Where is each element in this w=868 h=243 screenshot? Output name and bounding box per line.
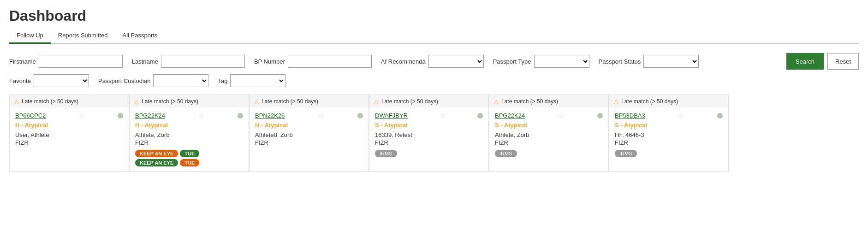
- card-4: △ Late match (> 50 days) BPG22K24 ☆ S - …: [489, 95, 609, 172]
- warning-icon: △: [494, 98, 499, 105]
- card-id[interactable]: BP53DBA3: [615, 112, 645, 119]
- star-icon[interactable]: ☆: [318, 111, 324, 120]
- favorite-select[interactable]: [34, 74, 89, 87]
- cards-container: △ Late match (> 50 days) BP66CPC2 ☆ H - …: [9, 95, 859, 172]
- tag-label: IRMS: [375, 150, 397, 157]
- lastname-label: Lastname: [132, 58, 158, 65]
- alert-text: Late match (> 50 days): [381, 98, 438, 105]
- card-type: S - Atypical: [375, 122, 483, 129]
- tag-label: TUE: [180, 159, 199, 166]
- card-header: BPG22K24 ☆: [495, 111, 603, 120]
- warning-icon: △: [374, 98, 379, 105]
- status-dot: [597, 113, 603, 119]
- card-name: Athlete8, Zorb: [255, 131, 363, 138]
- tab-bar: Follow Up Reports Submitted All Passport…: [9, 28, 859, 44]
- tag-select[interactable]: [230, 74, 285, 87]
- tab-reports-submitted[interactable]: Reports Submitted: [51, 28, 115, 44]
- card-2: △ Late match (> 50 days) BPN22K26 ☆ H - …: [249, 95, 369, 172]
- passport-status-filter: Passport Status: [599, 55, 699, 68]
- bp-number-filter: BP Number: [254, 55, 372, 68]
- card-type: H - Atypical: [255, 122, 363, 129]
- tag-label: Tag: [218, 77, 227, 84]
- firstname-input[interactable]: [39, 55, 123, 68]
- favorite-label: Favorite: [9, 77, 31, 84]
- af-recommendation-filter: Af Recommenda: [381, 55, 484, 68]
- card-type: S - Atypical: [495, 122, 603, 129]
- card-tags: IRMS: [375, 150, 483, 157]
- star-icon[interactable]: ☆: [558, 111, 565, 120]
- card-name: 16339, Retest: [375, 131, 483, 138]
- passport-custodian-select[interactable]: [153, 74, 208, 87]
- action-buttons: Search Reset: [786, 53, 859, 70]
- card-tags: KEEP AN EYETUEKEEP AN EYETUE: [135, 150, 243, 166]
- tag-label: IRMS: [495, 150, 517, 157]
- card-1: △ Late match (> 50 days) BPG22K24 ☆ H - …: [129, 95, 249, 172]
- card-org: FIZR: [615, 139, 723, 146]
- card-name: HF, 4646-3: [615, 131, 723, 138]
- favorite-filter: Favorite: [9, 74, 89, 87]
- star-icon[interactable]: ☆: [678, 111, 684, 120]
- card-id[interactable]: BPG22K24: [495, 112, 525, 119]
- star-icon[interactable]: ☆: [78, 111, 85, 120]
- card-type: H - Atypical: [15, 122, 123, 129]
- lastname-filter: Lastname: [132, 55, 245, 68]
- passport-type-filter: Passport Type: [493, 55, 589, 68]
- card-id[interactable]: BPG22K24: [135, 112, 165, 119]
- bp-number-input[interactable]: [288, 55, 372, 68]
- passport-type-select[interactable]: [534, 55, 589, 68]
- card-name: Athlete, Zorb: [135, 131, 243, 138]
- status-dot: [118, 113, 123, 119]
- passport-type-label: Passport Type: [493, 58, 531, 65]
- card-header: BPG22K24 ☆: [135, 111, 243, 120]
- card-5: △ Late match (> 50 days) BP53DBA3 ☆ S - …: [609, 95, 729, 172]
- card-tags: IRMS: [615, 150, 723, 157]
- card-org: FIZR: [15, 139, 123, 146]
- card-org: FIZR: [495, 139, 603, 146]
- status-dot: [717, 113, 723, 119]
- tag-label: KEEP AN EYE: [135, 159, 178, 166]
- passport-status-select[interactable]: [643, 55, 699, 68]
- card-name: Athlete, Zorb: [495, 131, 603, 138]
- star-icon[interactable]: ☆: [198, 111, 205, 120]
- warning-icon: △: [14, 98, 19, 105]
- alert-text: Late match (> 50 days): [22, 98, 78, 105]
- warning-icon: △: [254, 98, 259, 105]
- card-header: DWAFJBYR ☆: [375, 111, 483, 120]
- card-alert: △ Late match (> 50 days): [250, 95, 369, 107]
- status-dot: [357, 113, 363, 119]
- firstname-filter: Firstname: [9, 55, 123, 68]
- alert-text: Late match (> 50 days): [501, 98, 558, 105]
- search-button[interactable]: Search: [786, 53, 824, 70]
- alert-text: Late match (> 50 days): [142, 98, 198, 105]
- star-icon[interactable]: ☆: [440, 111, 446, 120]
- card-id[interactable]: BPN22K26: [255, 112, 285, 119]
- tab-follow-up[interactable]: Follow Up: [9, 28, 51, 44]
- card-alert: △ Late match (> 50 days): [130, 95, 249, 107]
- tag-label: IRMS: [615, 150, 637, 157]
- card-org: FIZR: [255, 139, 363, 146]
- tag-label: TUE: [180, 150, 199, 157]
- passport-custodian-filter: Passport Custodian: [98, 74, 208, 87]
- lastname-input[interactable]: [161, 55, 245, 68]
- passport-status-label: Passport Status: [599, 58, 641, 65]
- reset-button[interactable]: Reset: [827, 53, 859, 70]
- warning-icon: △: [134, 98, 139, 105]
- card-name: User, Athlete: [15, 131, 123, 138]
- card-id[interactable]: BP66CPC2: [15, 112, 46, 119]
- firstname-label: Firstname: [9, 58, 36, 65]
- af-recommendation-select[interactable]: [428, 55, 484, 68]
- card-tags: IRMS: [495, 150, 603, 157]
- passport-custodian-label: Passport Custodian: [98, 77, 150, 84]
- card-org: FIZR: [375, 139, 483, 146]
- card-type: S - Atypical: [615, 122, 723, 129]
- tag-filter: Tag: [218, 74, 285, 87]
- tab-all-passports[interactable]: All Passports: [115, 28, 165, 44]
- status-dot: [238, 113, 243, 119]
- card-header: BP53DBA3 ☆: [615, 111, 723, 120]
- bp-number-label: BP Number: [254, 58, 285, 65]
- status-dot: [477, 113, 483, 119]
- card-id[interactable]: DWAFJBYR: [375, 112, 408, 119]
- card-header: BP66CPC2 ☆: [15, 111, 123, 120]
- af-recommendation-label: Af Recommenda: [381, 58, 426, 65]
- card-alert: △ Late match (> 50 days): [10, 95, 129, 107]
